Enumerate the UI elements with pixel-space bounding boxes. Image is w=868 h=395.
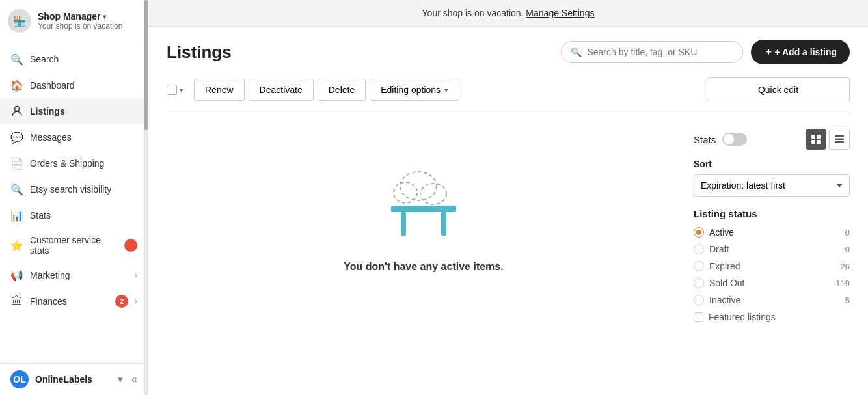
status-item-sold-out[interactable]: Sold Out 119	[694, 278, 850, 288]
grid-view-button[interactable]	[806, 129, 826, 150]
radio-sold-out[interactable]	[694, 278, 704, 288]
chevron-down-icon: ▾	[444, 86, 448, 94]
status-item-active[interactable]: Active 0	[694, 227, 850, 238]
sidebar-item-label: Marketing	[30, 270, 128, 280]
sidebar-footer[interactable]: OL OnlineLabels ▾ «	[0, 363, 148, 395]
svg-point-0	[15, 107, 20, 111]
sidebar-item-stats[interactable]: 📊 Stats	[0, 202, 148, 228]
collapse-icon[interactable]: «	[131, 374, 137, 385]
chevron-down-icon: ▾	[103, 13, 106, 20]
radio-expired[interactable]	[694, 261, 704, 271]
right-panel: Stats	[694, 129, 850, 322]
select-all-checkbox[interactable]	[167, 85, 177, 95]
svg-point-2	[394, 182, 417, 203]
empty-state: You don't have any active items.	[331, 129, 516, 299]
status-item-draft[interactable]: Draft 0	[694, 244, 850, 254]
vacation-banner: Your shop is on vacation. Manage Setting…	[148, 0, 868, 27]
svg-rect-11	[835, 135, 844, 137]
editing-options-button[interactable]: Editing options ▾	[370, 79, 459, 101]
listing-status-section: Listing status Active 0 Draft 0	[694, 208, 850, 322]
sidebar-header[interactable]: 🏪 Shop Manager ▾ Your shop is on vacatio…	[0, 0, 148, 42]
scrollbar-thumb[interactable]	[144, 0, 148, 130]
stats-label: Stats	[694, 134, 716, 145]
svg-rect-4	[391, 206, 456, 212]
status-count-active: 0	[845, 228, 850, 238]
status-count-inactive: 5	[845, 295, 850, 305]
chevron-right-icon: ›	[135, 271, 137, 280]
sidebar-nav: 🔍 Search 🏠 Dashboard Listings 💬 Messages	[0, 42, 148, 363]
orders-icon: 📄	[10, 157, 23, 170]
sidebar-item-label: Orders & Shipping	[30, 158, 137, 169]
deactivate-button[interactable]: Deactivate	[249, 79, 314, 101]
quick-edit-button[interactable]: Quick edit	[707, 77, 850, 102]
sidebar-item-label: Listings	[30, 106, 137, 116]
sidebar-item-label: Dashboard	[30, 80, 137, 90]
sort-label: Sort	[694, 159, 850, 169]
toggle-thumb	[724, 134, 734, 144]
view-icons	[806, 129, 850, 150]
listings-area: Listings 🔍 ＋ + Add a listing ▾ Renew Dea…	[148, 27, 868, 395]
featured-checkbox[interactable]	[694, 312, 703, 322]
status-name-expired: Expired	[709, 261, 835, 271]
svg-rect-8	[817, 135, 821, 139]
sort-select[interactable]: Expiration: latest first Expiration: old…	[694, 174, 850, 197]
status-item-inactive[interactable]: Inactive 5	[694, 295, 850, 305]
select-dropdown-button[interactable]: ▾	[178, 85, 185, 96]
radio-inactive[interactable]	[694, 295, 704, 305]
listings-header: Listings 🔍 ＋ + Add a listing	[167, 40, 850, 64]
status-item-expired[interactable]: Expired 26	[694, 261, 850, 271]
manage-settings-link[interactable]: Manage Settings	[526, 8, 594, 18]
sort-section: Sort Expiration: latest first Expiration…	[694, 159, 850, 208]
listing-status-label: Listing status	[694, 208, 850, 219]
status-count-expired: 26	[841, 262, 850, 271]
svg-rect-6	[441, 212, 446, 236]
status-name-draft: Draft	[709, 244, 840, 254]
sidebar-item-messages[interactable]: 💬 Messages	[0, 124, 148, 150]
home-icon: 🏠	[10, 79, 23, 92]
notification-badge	[124, 239, 137, 252]
add-listing-button[interactable]: ＋ + Add a listing	[751, 40, 850, 64]
svg-rect-7	[811, 135, 815, 139]
radio-inner	[696, 230, 701, 235]
finances-badge: 2	[115, 295, 128, 308]
sidebar-item-etsy-search[interactable]: 🔍 Etsy search visibility	[0, 176, 148, 202]
sidebar-item-listings[interactable]: Listings	[0, 98, 148, 124]
search-input[interactable]	[587, 47, 733, 57]
plus-icon: ＋	[764, 46, 773, 58]
sidebar-item-dashboard[interactable]: 🏠 Dashboard	[0, 72, 148, 98]
sidebar-item-orders[interactable]: 📄 Orders & Shipping	[0, 150, 148, 176]
shop-name: OnlineLabels	[35, 374, 92, 385]
delete-button[interactable]: Delete	[318, 79, 366, 101]
shop-status-subtitle: Your shop is on vacation	[38, 21, 140, 31]
listings-icon	[10, 105, 23, 118]
radio-active[interactable]	[694, 227, 704, 238]
featured-label: Featured listings	[709, 312, 776, 322]
featured-listings-row[interactable]: Featured listings	[694, 312, 850, 322]
status-name-inactive: Inactive	[709, 295, 840, 305]
search-box[interactable]: 🔍	[561, 41, 743, 63]
empty-message: You don't have any active items.	[344, 261, 503, 273]
avatar: 🏪	[8, 9, 31, 33]
sidebar-item-search[interactable]: 🔍 Search	[0, 46, 148, 72]
search-icon: 🔍	[571, 47, 582, 57]
sidebar: 🏪 Shop Manager ▾ Your shop is on vacatio…	[0, 0, 148, 395]
renew-button[interactable]: Renew	[194, 79, 245, 101]
sidebar-item-finances[interactable]: 🏛 Finances 2 ›	[0, 288, 148, 314]
stats-toggle[interactable]	[722, 133, 747, 146]
chevron-down-icon: ▾	[118, 374, 122, 385]
main-content: Your shop is on vacation. Manage Setting…	[148, 0, 868, 395]
sidebar-item-customer-service[interactable]: ⭐ Customer service stats	[0, 228, 148, 262]
scrollbar-track	[144, 0, 148, 395]
svg-rect-12	[835, 139, 844, 141]
sidebar-item-marketing[interactable]: 📢 Marketing ›	[0, 262, 148, 288]
finances-icon: 🏛	[10, 295, 23, 308]
select-all-group: ▾	[167, 85, 185, 96]
status-count-sold-out: 119	[835, 279, 850, 288]
status-count-draft: 0	[845, 245, 850, 254]
list-view-button[interactable]	[829, 129, 850, 150]
sidebar-item-label: Messages	[30, 132, 137, 143]
content-layout: You don't have any active items. Stats	[167, 129, 850, 322]
messages-icon: 💬	[10, 131, 23, 144]
radio-draft[interactable]	[694, 244, 704, 254]
customer-service-icon: ⭐	[10, 239, 23, 252]
